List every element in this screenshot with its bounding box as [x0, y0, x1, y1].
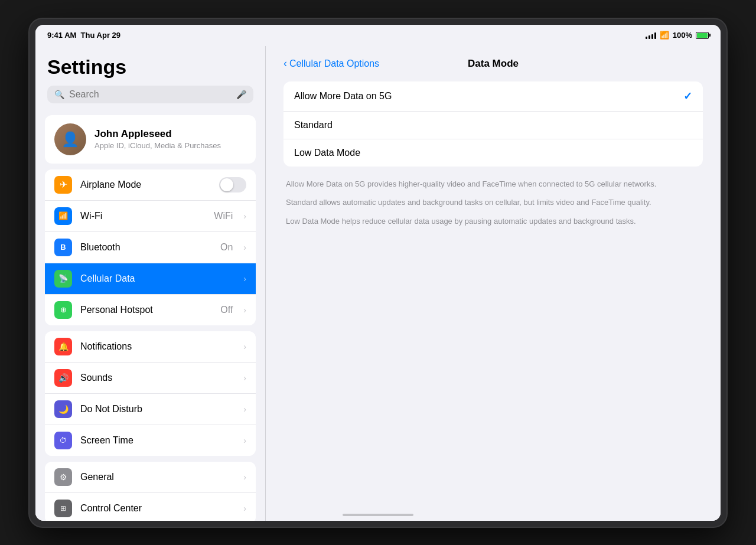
bluetooth-label: Bluetooth [80, 242, 212, 253]
sidebar-item-do-not-disturb[interactable]: 🌙 Do Not Disturb › [45, 394, 256, 425]
signal-icon [646, 32, 656, 39]
page-title: Data Mode [468, 58, 519, 70]
option-allow-more-data[interactable]: Allow More Data on 5G ✓ [284, 81, 703, 112]
bluetooth-chevron: › [243, 243, 246, 252]
sidebar-title: Settings [47, 56, 253, 79]
description-allow-more-data: Allow More Data on 5G provides higher-qu… [286, 178, 700, 190]
user-profile[interactable]: 👤 John Appleseed Apple ID, iCloud, Media… [45, 115, 256, 164]
sidebar-item-control-center[interactable]: ⊞ Control Center › [45, 493, 256, 521]
screen-time-label: Screen Time [80, 435, 233, 446]
general-label: General [80, 472, 233, 482]
standard-label: Standard [294, 120, 333, 130]
user-name: John Appleseed [94, 128, 221, 140]
cellular-chevron: › [243, 274, 246, 283]
user-info: John Appleseed Apple ID, iCloud, Media &… [94, 128, 221, 150]
hotspot-chevron: › [243, 305, 246, 315]
screen-time-icon: ⏱ [54, 432, 72, 449]
notifications-label: Notifications [80, 341, 233, 352]
battery-icon [696, 32, 709, 39]
option-low-data[interactable]: Low Data Mode [284, 139, 703, 167]
ipad-screen: 9:41 AM Thu Apr 29 📶 100% [35, 25, 721, 521]
sidebar-item-bluetooth[interactable]: B Bluetooth On › [45, 232, 256, 263]
airplane-mode-label: Airplane Mode [80, 180, 211, 190]
control-center-icon: ⊞ [54, 500, 72, 517]
bluetooth-value: On [220, 242, 233, 253]
allow-more-data-label: Allow More Data on 5G [294, 91, 392, 102]
option-standard[interactable]: Standard [284, 112, 703, 139]
search-input[interactable] [69, 89, 232, 100]
sidebar-item-notifications[interactable]: 🔔 Notifications › [45, 331, 256, 363]
do-not-disturb-label: Do Not Disturb [80, 404, 233, 415]
home-indicator [343, 514, 413, 516]
sidebar-item-general[interactable]: ⚙ General › [45, 462, 256, 493]
nav-header: ‹ Cellular Data Options Data Mode [284, 58, 703, 70]
back-chevron-icon: ‹ [284, 57, 287, 70]
hotspot-icon: ⊕ [54, 301, 72, 319]
status-time: 9:41 AM Thu Apr 29 [47, 31, 120, 40]
do-not-disturb-icon: 🌙 [54, 400, 72, 418]
status-bar: 9:41 AM Thu Apr 29 📶 100% [35, 25, 721, 46]
time-display: 9:41 AM [47, 31, 76, 40]
screen-time-chevron: › [243, 436, 246, 445]
sounds-icon: 🔊 [54, 369, 72, 387]
user-subtitle: Apple ID, iCloud, Media & Purchases [94, 141, 221, 150]
search-bar[interactable]: 🔍 🎤 [47, 86, 253, 103]
sidebar: Settings 🔍 🎤 👤 John Appleseed Apple ID, … [35, 46, 266, 521]
back-label: Cellular Data Options [289, 58, 379, 69]
settings-group-general: ⚙ General › ⊞ Control Center › [45, 462, 256, 521]
sidebar-item-cellular[interactable]: 📡 Cellular Data › [45, 263, 256, 295]
wifi-value: WiFi [214, 211, 233, 221]
wifi-icon: 📶 [54, 207, 72, 225]
settings-group-notifications: 🔔 Notifications › 🔊 Sounds › 🌙 Do Not Di… [45, 331, 256, 456]
do-not-disturb-chevron: › [243, 404, 246, 414]
wifi-status-icon: 📶 [660, 31, 669, 40]
data-mode-options: Allow More Data on 5G ✓ Standard Low Dat… [284, 81, 703, 167]
description-low-data: Low Data Mode helps reduce cellular data… [286, 216, 700, 227]
hotspot-value: Off [220, 305, 233, 315]
sidebar-header: Settings 🔍 🎤 [35, 46, 265, 109]
sidebar-item-airplane-mode[interactable]: ✈ Airplane Mode [45, 169, 256, 201]
hotspot-label: Personal Hotspot [80, 305, 212, 315]
allow-more-data-check: ✓ [683, 90, 692, 103]
sounds-chevron: › [243, 373, 246, 383]
avatar: 👤 [54, 123, 86, 155]
main-content: ‹ Cellular Data Options Data Mode Allow … [266, 46, 721, 521]
description-standard: Standard allows automatic updates and ba… [286, 197, 700, 208]
cellular-icon: 📡 [54, 270, 72, 288]
general-chevron: › [243, 472, 246, 482]
status-icons: 📶 100% [646, 31, 709, 40]
airplane-mode-toggle[interactable] [219, 177, 246, 192]
airplane-mode-icon: ✈ [54, 176, 72, 194]
sidebar-item-hotspot[interactable]: ⊕ Personal Hotspot Off › [45, 295, 256, 325]
sounds-label: Sounds [80, 373, 233, 383]
sidebar-item-screen-time[interactable]: ⏱ Screen Time › [45, 425, 256, 456]
ipad-frame: 9:41 AM Thu Apr 29 📶 100% [30, 19, 726, 527]
mic-icon[interactable]: 🎤 [236, 90, 246, 99]
wifi-chevron: › [243, 211, 246, 221]
cellular-label: Cellular Data [80, 273, 233, 284]
notifications-icon: 🔔 [54, 338, 72, 355]
search-icon: 🔍 [54, 90, 64, 99]
control-center-chevron: › [243, 504, 246, 513]
sidebar-item-wifi[interactable]: 📶 Wi-Fi WiFi › [45, 201, 256, 232]
date-display: Thu Apr 29 [81, 31, 120, 40]
back-button[interactable]: ‹ Cellular Data Options [284, 57, 379, 70]
control-center-label: Control Center [80, 503, 233, 514]
description-block: Allow More Data on 5G provides higher-qu… [284, 178, 703, 227]
sidebar-item-sounds[interactable]: 🔊 Sounds › [45, 363, 256, 394]
settings-group-connectivity: ✈ Airplane Mode 📶 Wi-Fi WiFi › [45, 169, 256, 325]
wifi-label: Wi-Fi [80, 211, 206, 221]
battery-percent: 100% [673, 31, 692, 40]
content-area: Settings 🔍 🎤 👤 John Appleseed Apple ID, … [35, 46, 721, 521]
low-data-label: Low Data Mode [294, 148, 360, 158]
notifications-chevron: › [243, 342, 246, 351]
bluetooth-icon: B [54, 239, 72, 256]
general-icon: ⚙ [54, 468, 72, 486]
